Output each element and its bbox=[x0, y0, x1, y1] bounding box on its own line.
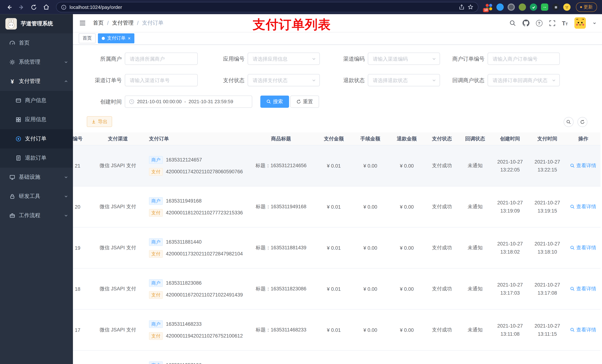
extension-icon-gray[interactable] bbox=[508, 3, 515, 11]
search-button[interactable]: 搜索 bbox=[260, 95, 289, 108]
sidebar: 芋道管理系统 首页 系统管理 ¥ 支付管理 bbox=[0, 14, 73, 364]
pay-time: 2021-10-2713:09:22 bbox=[529, 351, 566, 364]
active-tab-dot bbox=[102, 37, 105, 40]
extension-icon-dark[interactable] bbox=[552, 3, 559, 11]
date-range-picker[interactable]: 2021-10-01 00:00:00 - 2021-10-31 23:59:5… bbox=[125, 95, 252, 108]
sidebar-item-pay-order[interactable]: 支付订单 bbox=[0, 129, 73, 148]
pay-amount: ¥ 0.01 bbox=[316, 228, 352, 268]
product-title: 标题：1635312124656 bbox=[247, 145, 316, 186]
channel-code-label: 渠道编码 bbox=[316, 52, 365, 65]
pay-order-cell: 商户1635312124657 支付4200001174202110278060… bbox=[143, 145, 247, 186]
sidebar-item-refund-order[interactable]: 退款订单 bbox=[0, 148, 73, 168]
pay-tag: 支付 bbox=[149, 168, 163, 175]
extension-badge: 10 bbox=[483, 8, 489, 12]
pay-transaction-no: 4200001173202110272847982104 bbox=[166, 251, 243, 257]
forward-icon[interactable] bbox=[16, 2, 27, 12]
pay-amount: ¥ 0.01 bbox=[316, 351, 352, 364]
site-info-icon[interactable] bbox=[61, 4, 66, 10]
sidebar-item-dev-tools[interactable]: 研发工具 bbox=[0, 187, 73, 206]
refresh-table-button[interactable] bbox=[577, 117, 587, 127]
merchant-order-no-input[interactable] bbox=[488, 53, 559, 64]
extension-icon-blue[interactable] bbox=[496, 3, 504, 11]
tab-home[interactable]: 首页 bbox=[79, 33, 96, 43]
tab-pay-order[interactable]: 支付订单 × bbox=[98, 33, 134, 43]
dashboard-icon bbox=[9, 40, 15, 46]
date-start: 2021-10-01 00:00:00 bbox=[137, 99, 182, 104]
view-detail-link[interactable]: 查看详情 bbox=[570, 203, 596, 210]
extension-icon-green-chat[interactable] bbox=[541, 3, 548, 11]
extension-icon-olive[interactable] bbox=[519, 3, 526, 11]
pay-status: 支付成功 bbox=[425, 187, 459, 227]
hamburger-icon[interactable] bbox=[78, 19, 87, 27]
merchant-input[interactable] bbox=[125, 53, 197, 64]
sidebar-item-payment[interactable]: ¥ 支付管理 bbox=[0, 72, 73, 91]
callback-status-select[interactable] bbox=[488, 74, 560, 86]
extension-icon-green-check[interactable] bbox=[530, 3, 537, 11]
card-icon bbox=[15, 97, 22, 104]
channel-order-no-input[interactable] bbox=[125, 74, 197, 86]
pay-status-select[interactable] bbox=[248, 74, 320, 86]
clock-icon bbox=[129, 99, 134, 104]
select-arrow-icon bbox=[551, 78, 556, 83]
reset-button[interactable]: 重置 bbox=[290, 95, 319, 108]
pay-channel: 微信 JSAPI 支付 bbox=[93, 269, 143, 309]
search-icon[interactable] bbox=[509, 20, 516, 26]
pay-order-cell: 商户1635311468233 支付4200001194202110276752… bbox=[143, 310, 247, 350]
refund-status-select[interactable] bbox=[368, 74, 440, 86]
view-detail-link[interactable]: 查看详情 bbox=[570, 285, 596, 292]
pay-time: 2021-10-2713:18:10 bbox=[529, 228, 566, 268]
view-detail-link[interactable]: 查看详情 bbox=[570, 162, 596, 169]
pay-transaction-no: 4200001167202110271022491439 bbox=[166, 292, 243, 298]
merchant-tag: 商户 bbox=[149, 361, 163, 364]
sidebar-item-infrastructure[interactable]: 基础设施 bbox=[0, 167, 73, 187]
sidebar-item-system[interactable]: 系统管理 bbox=[0, 52, 73, 72]
create-time: 2021-10-2713:22:05 bbox=[492, 145, 529, 186]
sidebar-item-app-info[interactable]: 应用信息 bbox=[0, 110, 73, 129]
table-row: 21 微信 JSAPI 支付 商户1635312124657 支付4200001… bbox=[73, 145, 601, 187]
extension-icon-colordots[interactable]: 10 bbox=[485, 3, 493, 11]
merchant-order-no: 1635311823086 bbox=[166, 280, 202, 286]
select-arrow-icon bbox=[311, 78, 316, 83]
close-icon[interactable]: × bbox=[128, 36, 131, 41]
fullscreen-icon[interactable] bbox=[549, 20, 555, 26]
breadcrumb-pay-mgmt[interactable]: 支付管理 bbox=[112, 20, 133, 26]
merchant-label: 所属商户 bbox=[73, 52, 122, 65]
export-button[interactable]: 导出 bbox=[87, 116, 112, 127]
payment-submenu: 商户信息 应用信息 支付订单 退款订单 bbox=[0, 91, 73, 168]
header-actions: ? TT bbox=[509, 17, 597, 29]
extensions-cluster: 10 bbox=[485, 3, 570, 11]
view-detail-link[interactable]: 查看详情 bbox=[570, 326, 596, 333]
pay-tag: 支付 bbox=[149, 291, 163, 299]
lock-icon bbox=[9, 193, 15, 199]
extension-icon-emoji[interactable] bbox=[563, 3, 570, 11]
toggle-search-button[interactable] bbox=[564, 117, 574, 127]
font-size-icon[interactable]: TT bbox=[562, 20, 568, 26]
notify-status: 未通知 bbox=[459, 351, 491, 364]
share-icon[interactable] bbox=[459, 4, 464, 10]
breadcrumb: 首页 / 支付管理 / 支付订单 bbox=[93, 20, 163, 26]
github-icon[interactable] bbox=[522, 20, 529, 26]
fee-amount: ¥ 0.00 bbox=[352, 310, 388, 350]
address-bar[interactable]: localhost:1024/pay/order bbox=[56, 2, 478, 12]
app-logo[interactable]: 芋道管理系统 bbox=[0, 14, 73, 33]
notify-status: 未通知 bbox=[459, 310, 491, 350]
help-icon[interactable]: ? bbox=[536, 20, 542, 26]
avatar[interactable] bbox=[574, 17, 586, 29]
back-icon[interactable] bbox=[4, 2, 15, 12]
update-button[interactable]: 更新 bbox=[576, 2, 597, 12]
order-id: 18 bbox=[73, 269, 93, 309]
breadcrumb-home[interactable]: 首页 bbox=[93, 20, 104, 26]
channel-code-select[interactable] bbox=[368, 52, 440, 65]
app-select[interactable] bbox=[248, 52, 320, 65]
bookmark-star-icon[interactable] bbox=[468, 4, 473, 10]
avatar-dropdown-icon[interactable] bbox=[592, 21, 597, 25]
reload-icon[interactable] bbox=[28, 2, 39, 12]
pay-status: 支付成功 bbox=[425, 310, 459, 350]
sidebar-item-merchant-info[interactable]: 商户信息 bbox=[0, 91, 73, 110]
product-title: 标题：1635311949168 bbox=[247, 187, 316, 227]
home-icon[interactable] bbox=[41, 2, 52, 12]
sidebar-item-workflow[interactable]: 工作流程 bbox=[0, 206, 73, 225]
sidebar-item-home[interactable]: 首页 bbox=[0, 33, 73, 52]
view-detail-link[interactable]: 查看详情 bbox=[570, 244, 596, 251]
product-title: 标题：1635311881439 bbox=[247, 228, 316, 268]
